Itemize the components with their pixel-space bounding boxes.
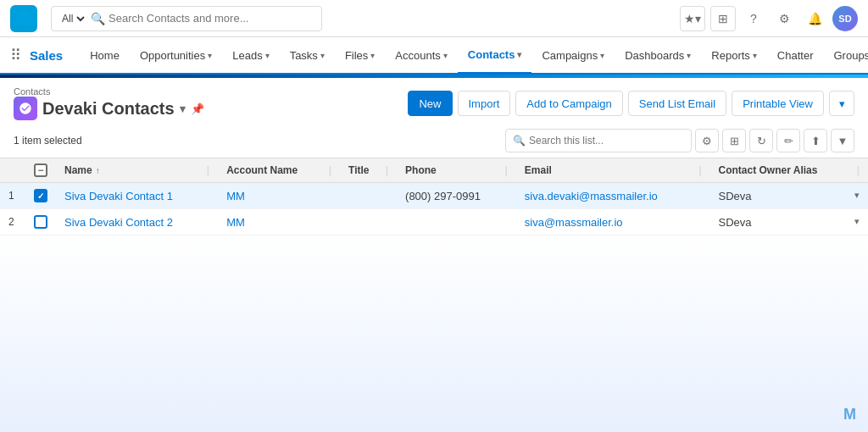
chevron-down-icon: ▾	[320, 51, 325, 60]
row-2-name-link[interactable]: Siva Devaki Contact 2	[64, 216, 173, 229]
add-button[interactable]: ⊞	[710, 6, 736, 31]
chevron-down-icon: ▾	[208, 51, 212, 60]
share-button[interactable]: ⬆	[804, 129, 827, 152]
col-checkbox: −	[25, 158, 56, 183]
list-toolbar: 1 item selected 🔍 ⚙ ⊞ ↻ ✏ ⬆ ▼	[0, 125, 868, 158]
row-1-email-link[interactable]: siva.devaki@massmailer.io	[525, 190, 658, 202]
nav-item-leads[interactable]: Leads ▾	[222, 36, 279, 74]
contacts-table: − Name ↑ | Account Name |	[0, 158, 868, 235]
nav-item-campaigns[interactable]: Campaigns ▾	[531, 36, 615, 74]
pin-icon[interactable]: 📌	[191, 102, 204, 115]
printable-view-button[interactable]: Printable View	[732, 91, 824, 116]
row-2-email-cell: siva@massmailer.io	[516, 209, 710, 235]
app-name[interactable]: Sales	[30, 48, 63, 63]
row-1-checkbox[interactable]	[34, 189, 47, 202]
nav-item-reports[interactable]: Reports ▾	[701, 36, 767, 74]
search-scope-select[interactable]: All	[58, 12, 87, 25]
empty-area: M	[0, 235, 868, 432]
search-icon: 🔍	[91, 12, 105, 25]
nav-item-chatter[interactable]: Chatter	[767, 36, 824, 74]
chevron-down-icon: ▾	[517, 50, 521, 59]
table-row: 2 Siva Devaki Contact 2 MM siva@massmail…	[0, 209, 868, 235]
row-1-name-link[interactable]: Siva Devaki Contact 1	[64, 190, 173, 202]
title-dropdown-chevron[interactable]: ▾	[180, 102, 186, 115]
col-owner-header[interactable]: Contact Owner Alias |	[710, 158, 869, 183]
table-row: 1 Siva Devaki Contact 1 MM (800) 297-099…	[0, 183, 868, 209]
massmailer-watermark: M	[843, 406, 856, 424]
nav-item-tasks[interactable]: Tasks ▾	[280, 36, 335, 74]
col-row-num	[0, 158, 25, 183]
row-2-checkbox-cell	[25, 209, 56, 235]
list-header: Contacts Devaki Contacts ▾ 📌 New Import …	[0, 78, 868, 125]
row-2-account-cell: MM	[218, 209, 340, 235]
selected-count: 1 item selected	[14, 135, 82, 147]
add-to-campaign-button[interactable]: Add to Campaign	[515, 91, 622, 116]
send-list-email-button[interactable]: Send List Email	[628, 91, 726, 116]
global-search-input[interactable]	[108, 12, 314, 25]
resize-handle: |	[504, 164, 507, 176]
columns-button[interactable]: ⊞	[722, 129, 746, 152]
col-account-header[interactable]: Account Name |	[218, 158, 340, 183]
row-num-2: 2	[0, 209, 25, 235]
resize-handle: |	[857, 164, 860, 176]
table-container: − Name ↑ | Account Name |	[0, 158, 868, 235]
filter-button[interactable]: ▼	[831, 129, 854, 152]
row-1-title-cell	[340, 183, 397, 209]
app-launcher-button[interactable]: ⠿	[10, 46, 21, 64]
row-2-account-link[interactable]: MM	[226, 216, 245, 229]
list-header-right: New Import Add to Campaign Send List Ema…	[408, 91, 854, 116]
search-list-icon: 🔍	[513, 135, 526, 147]
nav-item-dashboards[interactable]: Dashboards ▾	[615, 36, 701, 74]
resize-handle: |	[386, 164, 388, 176]
list-title-icon	[14, 97, 37, 120]
breadcrumb: Contacts	[14, 86, 204, 97]
global-search-bar[interactable]: All 🔍	[51, 6, 322, 31]
toolbar-right: 🔍 ⚙ ⊞ ↻ ✏ ⬆ ▼	[505, 129, 854, 152]
row-1-owner-cell: SDeva ▾	[710, 183, 869, 209]
refresh-button[interactable]: ↻	[749, 129, 773, 152]
col-title-header[interactable]: Title |	[340, 158, 397, 183]
main-content: Contacts Devaki Contacts ▾ 📌 New Import …	[0, 78, 868, 432]
salesforce-logo[interactable]	[10, 5, 37, 32]
favorites-button[interactable]: ★▾	[680, 6, 705, 31]
nav-item-accounts[interactable]: Accounts ▾	[385, 36, 457, 74]
col-email-header[interactable]: Email |	[516, 158, 710, 183]
resize-handle: |	[329, 164, 331, 176]
row-2-checkbox[interactable]	[34, 215, 47, 229]
nav-item-files[interactable]: Files ▾	[335, 36, 385, 74]
bell-button[interactable]: 🔔	[802, 6, 827, 31]
nav-item-groups[interactable]: Groups ▾	[823, 36, 868, 74]
select-all-checkbox[interactable]: −	[34, 163, 47, 177]
more-options-button[interactable]: ▾	[829, 91, 854, 116]
import-button[interactable]: Import	[458, 91, 511, 116]
col-name-header[interactable]: Name ↑ |	[56, 158, 218, 183]
page-title: Devaki Contacts	[42, 99, 175, 119]
row-1-action-dropdown[interactable]: ▾	[854, 190, 860, 201]
list-header-left: Contacts Devaki Contacts ▾ 📌	[14, 86, 204, 120]
settings-gear-button[interactable]: ⚙	[695, 129, 719, 152]
chevron-down-icon: ▾	[687, 51, 691, 60]
nav-item-opportunities[interactable]: Opportunities ▾	[130, 36, 222, 74]
row-2-title-cell	[340, 209, 397, 235]
user-avatar[interactable]: SD	[832, 6, 858, 31]
row-num-1: 1	[0, 183, 25, 209]
chevron-down-icon: ▾	[370, 51, 375, 60]
row-2-owner-cell: SDeva ▾	[710, 209, 869, 235]
nav-item-home[interactable]: Home	[80, 36, 130, 74]
row-2-phone-cell	[397, 209, 516, 235]
nav-item-contacts[interactable]: Contacts ▾	[458, 36, 532, 74]
row-2-email-link[interactable]: siva@massmailer.io	[525, 216, 623, 229]
list-search-bar[interactable]: 🔍	[505, 129, 692, 152]
row-2-action-dropdown[interactable]: ▾	[854, 216, 860, 227]
row-1-name-cell: Siva Devaki Contact 1	[56, 183, 218, 209]
list-search-input[interactable]	[529, 135, 684, 147]
edit-list-button[interactable]: ✏	[776, 129, 800, 152]
row-1-email-cell: siva.devaki@massmailer.io	[516, 183, 710, 209]
help-button[interactable]: ?	[741, 6, 766, 31]
chevron-down-icon: ▾	[265, 51, 270, 60]
list-title-container: Devaki Contacts ▾ 📌	[14, 97, 204, 120]
new-button[interactable]: New	[408, 91, 452, 116]
setup-button[interactable]: ⚙	[771, 6, 797, 31]
col-phone-header[interactable]: Phone |	[397, 158, 516, 183]
row-1-account-link[interactable]: MM	[226, 190, 245, 202]
